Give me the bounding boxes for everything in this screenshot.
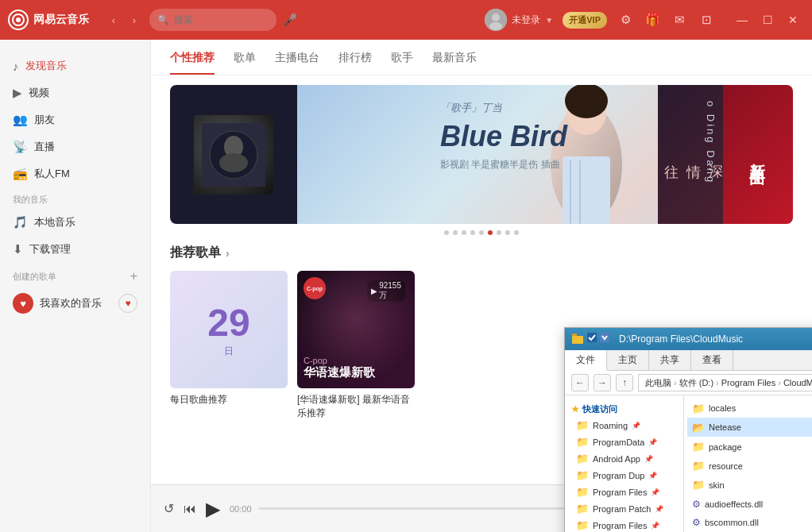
dot-4[interactable] <box>470 230 475 235</box>
dot-7[interactable] <box>497 230 501 235</box>
user-area[interactable]: 未登录 ▼ <box>485 9 553 31</box>
mic-button[interactable]: 🎤 <box>283 13 298 27</box>
fe-back-btn[interactable]: ← <box>571 374 589 391</box>
bc-dir[interactable]: Program Files <box>721 378 775 387</box>
fe-item-locales[interactable]: 📁 locales <box>687 399 812 418</box>
sidebar-item-video[interactable]: ▶ 视频 <box>0 79 150 106</box>
fe-sidebar-programfiles2[interactable]: 📁 Program Files 📌 <box>571 517 677 532</box>
card-glow <box>297 271 415 388</box>
section-arrow[interactable]: › <box>226 247 230 260</box>
forward-button[interactable]: › <box>126 11 143 29</box>
pin-icon: 📌 <box>644 455 653 463</box>
window-controls: — ☐ ✕ <box>731 9 804 31</box>
fe-sidebar-programpatch[interactable]: 📁 Program Patch 📌 <box>571 500 677 517</box>
fe-item-bscommon[interactable]: ⚙ bscommon.dll <box>687 513 812 532</box>
main-layout: ♪ 发现音乐 ▶ 视频 👥 朋友 📡 直播 📻 私人FM 我的音乐 🎵 本地音乐… <box>0 40 812 532</box>
fe-tab-view[interactable]: 查看 <box>691 350 733 370</box>
dll-icon: ⚙ <box>692 499 701 510</box>
fe-ribbon: 文件 主页 共享 查看 <box>565 350 812 371</box>
screen-icon[interactable]: ⊡ <box>698 11 715 29</box>
tab-recommend[interactable]: 个性推荐 <box>170 51 215 75</box>
card-daily[interactable]: 29 日 每日歌曲推荐 <box>170 271 288 420</box>
tab-new-music[interactable]: 最新音乐 <box>432 51 477 75</box>
dot-9[interactable] <box>514 230 519 235</box>
tab-artist[interactable]: 歌手 <box>391 51 413 75</box>
sidebar-item-download[interactable]: ⬇ 下载管理 <box>0 236 150 263</box>
fe-up-btn[interactable]: ↑ <box>616 374 633 391</box>
svg-rect-19 <box>600 333 609 342</box>
folder-icon: 📁 <box>692 460 705 472</box>
prev-button[interactable]: ⏮ <box>184 502 196 516</box>
logo-area: 网易云音乐 <box>8 10 89 30</box>
fe-sidebar-programdata[interactable]: 📁 ProgramData 📌 <box>571 434 677 450</box>
pin-icon: 📌 <box>655 505 663 513</box>
dot-5[interactable] <box>479 230 484 235</box>
tab-playlist[interactable]: 歌单 <box>234 51 256 75</box>
refresh-button[interactable]: ↺ <box>164 501 174 516</box>
playlist-section-header: 创建的歌单 + <box>0 263 150 287</box>
maximize-button[interactable]: ☐ <box>756 9 779 31</box>
dot-8[interactable] <box>505 230 510 235</box>
fe-forward-btn[interactable]: → <box>594 374 611 391</box>
sidebar-item-discover[interactable]: ♪ 发现音乐 <box>0 52 150 79</box>
fe-tab-file[interactable]: 文件 <box>565 350 607 371</box>
back-button[interactable]: ‹ <box>105 11 122 29</box>
dot-3[interactable] <box>462 230 466 235</box>
favorites-heart-btn[interactable]: ♥ <box>118 294 137 313</box>
fe-breadcrumb[interactable]: 此电脑 › 软件 (D:) › Program Files › CloudMus… <box>638 374 812 391</box>
bc-drive[interactable]: 软件 (D:) <box>679 377 713 389</box>
search-input[interactable] <box>174 14 261 25</box>
bc-cloud[interactable]: CloudMusic <box>783 378 812 387</box>
fe-sidebar-android[interactable]: 📁 Android App 📌 <box>571 450 677 467</box>
mail-icon[interactable]: ✉ <box>671 11 688 29</box>
fe-body: ★ 快速访问 📁 Roaming 📌 📁 ProgramData 📌 <box>565 395 812 532</box>
close-button[interactable]: ✕ <box>782 9 804 31</box>
search-bar[interactable]: 🔍 <box>149 9 276 31</box>
user-dropdown-icon: ▼ <box>545 16 553 25</box>
sidebar-item-favorites[interactable]: ♥ 我喜欢的音乐 ♥ <box>0 287 150 320</box>
svg-point-3 <box>492 13 500 21</box>
dot-1[interactable] <box>444 230 449 235</box>
fe-titlebar: D:\Program Files\CloudMusic — ☐ ✕ <box>565 328 812 350</box>
add-playlist-button[interactable]: + <box>130 269 137 283</box>
fe-sidebar-roaming[interactable]: 📁 Roaming 📌 <box>571 417 677 434</box>
sidebar-item-live[interactable]: 📡 直播 <box>0 133 150 160</box>
sidebar-item-friends[interactable]: 👥 朋友 <box>0 106 150 133</box>
fe-item-resource[interactable]: 📁 resource <box>687 457 812 476</box>
bc-sep2: › <box>716 378 719 387</box>
fe-down-icon <box>600 333 609 342</box>
card-daily-img: 29 日 <box>170 271 288 388</box>
fe-sidebar-programfiles1[interactable]: 📁 Program Files 📌 <box>571 484 677 500</box>
play-button[interactable]: ▶ <box>206 498 220 520</box>
bc-pc[interactable]: 此电脑 <box>645 377 671 389</box>
fe-item-skin[interactable]: 📁 skin <box>687 476 812 495</box>
tab-chart[interactable]: 排行榜 <box>338 51 372 75</box>
fe-item-package[interactable]: 📁 package <box>687 437 812 456</box>
right-controls: 未登录 ▼ 开通VIP ⚙ 🎁 ✉ ⊡ — ☐ ✕ <box>485 9 804 31</box>
fe-sidebar-programdup[interactable]: 📁 Program Dup 📌 <box>571 467 677 484</box>
folder-icon: 📁 <box>576 486 589 498</box>
pin-icon: 📌 <box>648 438 657 446</box>
player-controls: ↺ ⏮ ▶ <box>164 498 220 520</box>
fe-item-audioeffects[interactable]: ⚙ audioeffects.dll <box>687 495 812 513</box>
section-header: 推荐歌单 › <box>170 245 793 261</box>
vip-button[interactable]: 开通VIP <box>563 12 607 29</box>
fm-icon: 📻 <box>13 167 28 181</box>
dot-2[interactable] <box>453 230 458 235</box>
dot-6[interactable] <box>488 230 493 235</box>
svg-point-4 <box>489 22 502 30</box>
sidebar-item-local[interactable]: 🎵 本地音乐 <box>0 209 150 236</box>
card-cpop[interactable]: ▶ 92155万 C-pop C-pop 华语速爆新歌 <box>297 271 415 420</box>
banner-container[interactable]: 「歌手」丁当 Blue Bird 影视剧 半是蜜糖半是伤 插曲 往 情 深 独家 <box>170 85 793 224</box>
fe-item-netease[interactable]: 📂 Netease <box>687 418 812 437</box>
sidebar-item-fm[interactable]: 📻 私人FM <box>0 160 150 187</box>
fe-tab-share[interactable]: 共享 <box>649 350 691 370</box>
fe-tab-home[interactable]: 主页 <box>607 350 649 370</box>
pin-icon: 📌 <box>651 522 659 530</box>
minimize-button[interactable]: — <box>731 9 753 31</box>
settings-icon[interactable]: ⚙ <box>617 11 634 29</box>
tab-radio[interactable]: 主播电台 <box>275 51 319 75</box>
svg-rect-18 <box>587 333 597 342</box>
gift-icon[interactable]: 🎁 <box>644 11 661 29</box>
fe-ribbon-tabs: 文件 主页 共享 查看 <box>565 350 812 370</box>
